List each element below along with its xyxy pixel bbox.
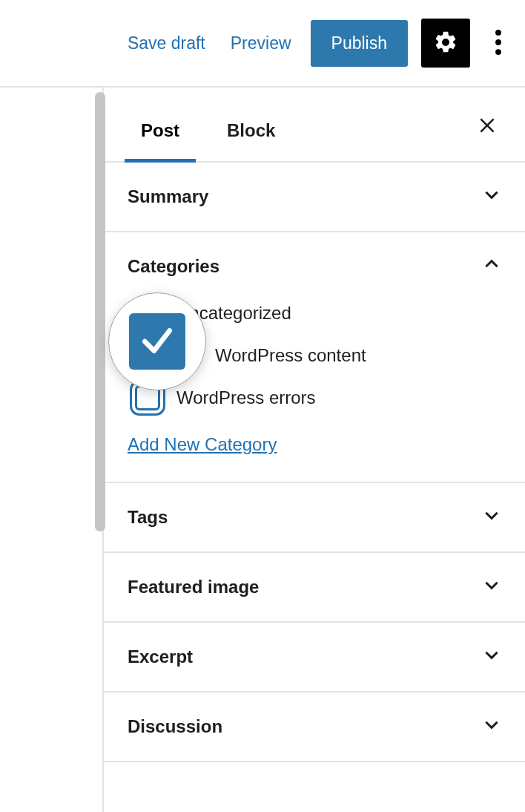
check-icon bbox=[139, 321, 176, 361]
panel-discussion-toggle[interactable]: Discussion bbox=[104, 693, 525, 761]
svg-point-0 bbox=[495, 30, 501, 36]
scrollbar-thumb[interactable] bbox=[95, 92, 105, 531]
panel-tags-toggle[interactable]: Tags bbox=[104, 483, 525, 551]
tab-block[interactable]: Block bbox=[211, 110, 291, 163]
close-icon bbox=[478, 116, 497, 137]
sidebar-tabs: Post Block bbox=[104, 88, 525, 163]
panel-excerpt: Excerpt bbox=[104, 623, 525, 693]
panel-title: Summary bbox=[128, 186, 208, 207]
panel-excerpt-toggle[interactable]: Excerpt bbox=[104, 623, 525, 691]
kebab-icon bbox=[495, 30, 501, 57]
checkbox-callout bbox=[108, 292, 206, 390]
tab-post[interactable]: Post bbox=[125, 110, 196, 163]
options-button[interactable] bbox=[483, 19, 513, 68]
panel-featured-image: Featured image bbox=[104, 553, 525, 623]
panel-summary: Summary bbox=[104, 163, 525, 232]
editor-body: Post Block Summary bbox=[0, 88, 525, 812]
add-category-link[interactable]: Add New Category bbox=[128, 434, 277, 455]
category-label: WordPress errors bbox=[176, 387, 316, 408]
checkbox-callout-checked bbox=[129, 313, 185, 370]
category-label: WordPress content bbox=[215, 345, 366, 366]
chevron-down-icon bbox=[482, 715, 501, 739]
chevron-down-icon bbox=[482, 575, 501, 599]
gear-icon bbox=[433, 30, 458, 57]
panel-tags: Tags bbox=[104, 483, 525, 553]
chevron-down-icon bbox=[482, 185, 501, 209]
close-sidebar-button[interactable] bbox=[470, 110, 504, 144]
panel-summary-toggle[interactable]: Summary bbox=[104, 163, 525, 231]
editor-root: Save draft Preview Publish Post Block bbox=[0, 0, 525, 812]
settings-button[interactable] bbox=[421, 19, 470, 68]
chevron-down-icon bbox=[482, 505, 501, 529]
editor-toolbar: Save draft Preview Publish bbox=[0, 0, 525, 88]
panel-featured-image-toggle[interactable]: Featured image bbox=[104, 553, 525, 621]
panel-title: Tags bbox=[128, 507, 168, 528]
svg-point-2 bbox=[495, 49, 501, 55]
svg-point-1 bbox=[495, 39, 501, 45]
panel-title: Featured image bbox=[128, 577, 259, 597]
publish-button[interactable]: Publish bbox=[311, 20, 408, 67]
panel-discussion: Discussion bbox=[104, 693, 525, 762]
save-draft-button[interactable]: Save draft bbox=[122, 24, 211, 62]
chevron-down-icon bbox=[482, 645, 501, 669]
panel-title: Discussion bbox=[128, 716, 222, 737]
panel-categories-toggle[interactable]: Categories bbox=[104, 232, 525, 301]
settings-sidebar: Post Block Summary bbox=[104, 88, 525, 812]
category-item: WordPress errors bbox=[135, 385, 501, 410]
preview-button[interactable]: Preview bbox=[225, 24, 297, 62]
panel-title: Categories bbox=[128, 256, 219, 277]
editor-canvas-gutter bbox=[0, 88, 104, 812]
panel-title: Excerpt bbox=[128, 646, 193, 667]
chevron-up-icon bbox=[482, 255, 501, 278]
